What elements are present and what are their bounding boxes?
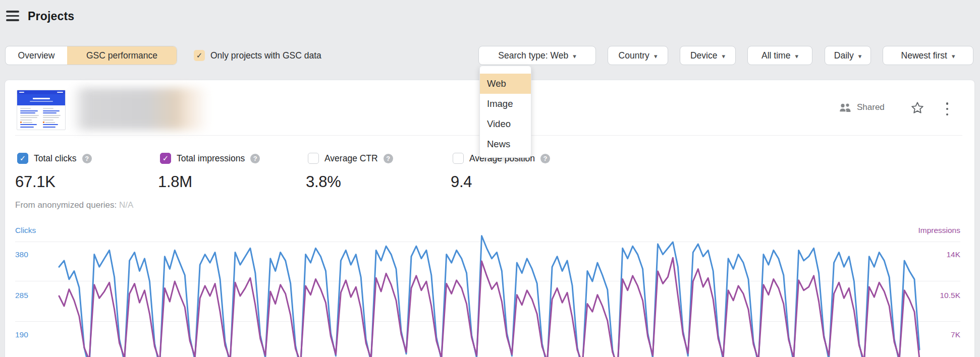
filter-date-range[interactable]: All time▾ xyxy=(747,46,812,65)
help-icon[interactable]: ? xyxy=(540,154,550,163)
menu-item-web[interactable]: Web xyxy=(480,74,531,94)
caret-down-icon: ▾ xyxy=(654,52,658,60)
tab-overview[interactable]: Overview xyxy=(6,46,67,65)
project-name-blurred[interactable] xyxy=(72,88,209,130)
metric-total-impressions: ✓ Total impressions ? 1.8M xyxy=(160,152,260,164)
thumb-nav-bar xyxy=(17,90,65,94)
shared-badge: Shared xyxy=(839,102,885,112)
search-type-menu: Web Image Video News xyxy=(479,66,531,158)
performance-chart[interactable] xyxy=(0,212,980,357)
view-tabs: Overview GSC performance xyxy=(5,46,177,65)
tab-gsc-performance[interactable]: GSC performance xyxy=(67,46,177,65)
menu-item-news[interactable]: News xyxy=(480,134,531,154)
thumb-hero-banner xyxy=(17,94,65,105)
menu-item-video[interactable]: Video xyxy=(480,114,531,134)
metric-total-clicks: ✓ Total clicks ? 67.1K xyxy=(17,152,92,164)
caret-down-icon: ▾ xyxy=(795,52,798,60)
filter-sort-order[interactable]: Newest first▾ xyxy=(883,46,973,65)
total-clicks-value: 67.1K xyxy=(15,173,56,191)
people-icon xyxy=(839,103,852,112)
filter-country[interactable]: Country▾ xyxy=(608,46,668,65)
check-icon: ✓ xyxy=(20,154,26,163)
filter-granularity[interactable]: Daily▾ xyxy=(825,46,871,65)
caret-down-icon: ▾ xyxy=(573,52,576,60)
filter-search-type[interactable]: Search type: Web▾ xyxy=(478,46,596,65)
total-impressions-checkbox[interactable]: ✓ xyxy=(160,153,171,164)
filter-device[interactable]: Device▾ xyxy=(680,46,736,65)
total-impressions-value: 1.8M xyxy=(158,173,192,191)
average-position-value: 9.4 xyxy=(451,173,472,191)
total-clicks-checkbox[interactable]: ✓ xyxy=(17,153,28,164)
anonymized-queries-value: N/A xyxy=(119,200,133,210)
caret-down-icon: ▾ xyxy=(858,52,862,60)
menu-item-image[interactable]: Image xyxy=(480,94,531,114)
hamburger-menu-icon[interactable] xyxy=(6,11,19,21)
shared-label: Shared xyxy=(857,102,885,112)
help-icon[interactable]: ? xyxy=(250,154,260,163)
page-title: Projects xyxy=(28,10,74,23)
favorite-star-icon[interactable] xyxy=(910,101,924,115)
help-icon[interactable]: ? xyxy=(82,154,92,163)
kebab-menu-icon[interactable] xyxy=(944,102,950,115)
thumb-content xyxy=(17,105,65,129)
help-icon[interactable]: ? xyxy=(384,154,393,163)
caret-down-icon: ▾ xyxy=(722,52,725,60)
metric-average-ctr: ✓ Average CTR ? 3.8% xyxy=(308,152,393,164)
check-icon: ✓ xyxy=(162,154,169,163)
caret-down-icon: ▾ xyxy=(952,52,955,60)
anonymized-queries-note: From anonymized queries: N/A xyxy=(15,200,133,210)
check-icon: ✓ xyxy=(196,51,203,60)
clicks-line xyxy=(59,236,919,357)
only-gsc-data-checkbox[interactable]: ✓ xyxy=(194,50,205,61)
average-ctr-checkbox[interactable]: ✓ xyxy=(308,153,319,164)
only-gsc-data-label[interactable]: Only projects with GSC data xyxy=(210,50,321,61)
average-position-checkbox[interactable]: ✓ xyxy=(453,153,464,164)
average-ctr-value: 3.8% xyxy=(306,173,341,191)
project-site-thumbnail[interactable] xyxy=(17,90,66,130)
